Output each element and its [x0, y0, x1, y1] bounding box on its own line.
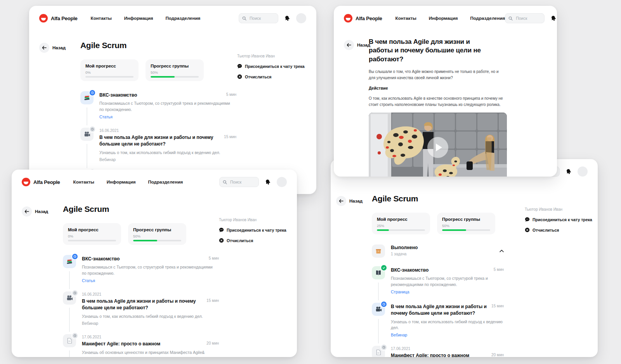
header-right: [505, 13, 557, 23]
item-title[interactable]: В чем польза Agile для жизни и работы и …: [82, 298, 196, 312]
chat-icon: [237, 64, 242, 69]
unenroll-button[interactable]: Отчислиться: [219, 238, 288, 243]
header-right: [219, 177, 287, 187]
search-box[interactable]: [219, 177, 259, 187]
nav-contacts[interactable]: Контакты: [91, 16, 112, 21]
brand-logo[interactable]: Alfa People: [39, 14, 78, 23]
item-type-link[interactable]: Страница: [391, 289, 504, 294]
search-input[interactable]: [229, 179, 255, 185]
search-icon: [242, 16, 246, 21]
item-title[interactable]: В чем польза Agile для жизни и работы и …: [99, 134, 214, 148]
item-duration: 15 мин: [487, 303, 504, 308]
video-player[interactable]: [369, 113, 507, 177]
join-chat-button[interactable]: Присоединиться к чату трека: [219, 227, 288, 232]
list-item[interactable]: 17.06.2021 Манифест Agile: просто о важн…: [372, 346, 504, 357]
item-title[interactable]: Манифест Agile: просто о важном: [391, 352, 469, 357]
join-chat-label: Присоединиться к чату трека: [533, 217, 592, 222]
item-title[interactable]: Манифест Agile: просто о важном: [82, 341, 160, 347]
nav-contacts[interactable]: Контакты: [73, 180, 94, 184]
list-item[interactable]: 16.06.2021 В чем польза Agile для жизни …: [63, 291, 219, 326]
item-type-link[interactable]: Статья: [99, 114, 236, 119]
item-type-icon: [63, 255, 76, 268]
item-content: ВКС-знакомство 5 мин Познакомишься с Тью…: [82, 255, 219, 283]
item-title[interactable]: ВКС-знакомство: [391, 267, 428, 274]
progress-cards: Мой прогресс 0% Прогресс группы 50%: [80, 59, 236, 81]
group-progress-value: 50%: [133, 234, 181, 238]
chevron-up-icon: [500, 250, 504, 252]
item-type-link[interactable]: Вебинар: [391, 333, 504, 337]
item-duration: 20 мин: [487, 352, 504, 357]
join-chat-button[interactable]: Присоединиться к чату трека: [525, 217, 588, 222]
search-box[interactable]: [505, 13, 545, 23]
back-arrow-icon: [22, 206, 32, 217]
list-item[interactable]: ВКС-знакомство 5 мин Познакомишься с Тью…: [63, 255, 219, 283]
item-status-badge: [71, 253, 78, 260]
list-item[interactable]: 17.06.2021 Манифест Agile: просто о важн…: [63, 334, 219, 357]
notifications-button[interactable]: [550, 14, 557, 22]
back-button[interactable]: Назад: [39, 43, 66, 53]
tutor-name: Тьютор Иванов Иван: [219, 218, 288, 222]
item-duration: 5 мин: [490, 267, 504, 272]
unenroll-button[interactable]: Отчислиться: [525, 227, 588, 232]
item-type-link[interactable]: Вебинар: [82, 321, 219, 326]
nav-contacts[interactable]: Контакты: [395, 16, 416, 21]
search-input[interactable]: [515, 16, 541, 21]
item-date: 16.06.2021: [82, 292, 219, 296]
track-items-list: ВКС-знакомство 5 мин Познакомишься с Тью…: [63, 255, 219, 357]
play-button[interactable]: [427, 137, 448, 158]
my-progress-bar: [68, 240, 116, 241]
list-item[interactable]: ВКС-знакомство 5 мин Познакомишься с Тью…: [80, 91, 236, 119]
back-label: Назад: [357, 43, 370, 47]
search-box[interactable]: [239, 13, 278, 23]
item-title[interactable]: ВКС-знакомство: [99, 92, 137, 99]
list-item[interactable]: 16.06.2021 В чем польза Agile для жизни …: [80, 128, 236, 162]
item-title[interactable]: В чем польза Agile для жизни и работы и …: [391, 303, 487, 317]
play-icon: [436, 144, 442, 151]
nav-information[interactable]: Информация: [429, 16, 458, 21]
item-description: Познакомишься с Тьютором, со структурой …: [391, 276, 504, 288]
list-item[interactable]: В чем польза Agile для жизни и работы и …: [372, 303, 504, 337]
page-title: Agile Scrum: [372, 194, 504, 203]
user-avatar[interactable]: [578, 166, 588, 177]
item-date: 16.06.2021: [99, 128, 236, 133]
brand-logo[interactable]: Alfa People: [22, 178, 60, 186]
notifications-button[interactable]: [264, 178, 272, 186]
group-progress-card: Прогресс группы 50%: [128, 223, 186, 245]
back-button[interactable]: Назад: [344, 40, 370, 50]
clock-badge-icon: [73, 291, 76, 295]
item-type-link[interactable]: Статья: [82, 278, 219, 283]
unenroll-button[interactable]: Отчислиться: [237, 74, 306, 79]
brand-name: Alfa People: [51, 16, 78, 21]
item-title[interactable]: ВКС-знакомство: [82, 256, 120, 262]
desktop-canvas: Alfa People Контакты Информация Подразде…: [0, 0, 621, 364]
back-label: Назад: [52, 45, 66, 50]
header-right: [239, 13, 306, 23]
item-type-link[interactable]: Вебинар: [99, 157, 236, 162]
search-input[interactable]: [249, 16, 275, 21]
nav-information[interactable]: Информация: [124, 16, 153, 21]
my-progress-bar: [85, 76, 134, 78]
user-avatar[interactable]: [296, 13, 306, 23]
nav-departments[interactable]: Подразделения: [148, 180, 183, 184]
item-status-badge: [71, 289, 78, 296]
item-content: 16.06.2021 В чем польза Agile для жизни …: [82, 291, 219, 326]
back-arrow-icon: [344, 40, 354, 50]
item-duration: 15 мин: [220, 134, 236, 139]
user-avatar[interactable]: [277, 177, 287, 187]
back-button[interactable]: Назад: [22, 206, 48, 217]
back-button[interactable]: Назад: [336, 196, 363, 206]
window-track-overview-b: Alfa People Контакты Информация Подразде…: [12, 170, 297, 357]
nav-departments[interactable]: Подразделения: [470, 16, 505, 21]
page-icon: [66, 337, 73, 344]
brand-logo[interactable]: Alfa People: [344, 14, 382, 23]
collapse-section-button[interactable]: [500, 244, 504, 258]
join-chat-button[interactable]: Присоединиться к чату трека: [237, 64, 306, 69]
notifications-button[interactable]: [565, 168, 572, 175]
nav-information[interactable]: Информация: [107, 180, 136, 184]
app-header: Alfa People Контакты Информация Подразде…: [12, 170, 297, 194]
list-item[interactable]: ВКС-знакомство 5 мин Познакомишься с Тью…: [372, 266, 504, 294]
nav-departments[interactable]: Подразделения: [165, 16, 200, 21]
app-header: Alfa People Контакты Информация Подразде…: [29, 6, 316, 31]
completed-section-header[interactable]: Выполнено 1 задача: [372, 244, 504, 258]
notifications-button[interactable]: [283, 14, 291, 22]
